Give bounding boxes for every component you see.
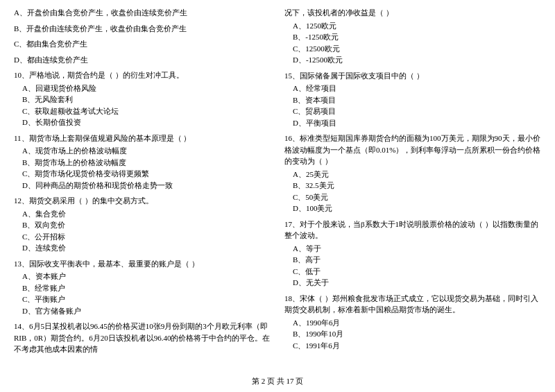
q12-option-a: A、集合竞价 [14, 208, 271, 220]
q15-option-d: D、平衡项目 [284, 117, 541, 129]
q18-option-b: B、1990年10月 [284, 328, 541, 340]
q15-option-b: B、资本项目 [284, 94, 541, 106]
question-10-title: 10、严格地说，期货合约是（ ）的衍生对冲工具。 [14, 69, 271, 81]
q10-option-a: A、回避现货价格风险 [14, 83, 271, 94]
q17-option-a: A、等于 [284, 243, 541, 255]
question-10: 10、严格地说，期货合约是（ ）的衍生对冲工具。 A、回避现货价格风险 B、无风… [14, 69, 271, 128]
q14-option-c: C、12500欧元 [284, 43, 541, 55]
option-b1: B、开盘价由连续竞价产生，收盘价由集合竞价产生 [14, 23, 271, 35]
q13-option-c: C、平衡账户 [14, 293, 271, 305]
question-17: 17、对于个股来说，当β系数大于1时说明股票价格的波动（ ）以指数衡量的整个波动… [284, 219, 541, 289]
q13-option-b: B、经常账户 [14, 282, 271, 294]
q17-option-d: D、无关于 [284, 277, 541, 289]
option-c1: C、都由集合竞价产生 [14, 38, 271, 50]
question-11: 11、期货市场上套期保值规避风险的基本原理是（ ） A、现货市场上的价格波动幅度… [14, 133, 271, 191]
q13-option-a: A、资本账户 [14, 271, 271, 282]
option-a1-text: A、开盘价由集合竞价产生，收盘价由连续竞价产生 [14, 7, 271, 19]
question-13-title: 13、国际收支平衡表中，最基本、最重要的账户是（ ） [14, 258, 271, 270]
q17-option-b: B、高于 [284, 254, 541, 266]
q16-option-d: D、100美元 [284, 203, 541, 214]
q11-option-a: A、现货市场上的价格波动幅度 [14, 145, 271, 157]
columns-container: A、开盘价由集合竞价产生，收盘价由连续竞价产生 B、开盘价由连续竞价产生，收盘价… [14, 7, 541, 359]
q11-option-d: D、同种商品的期货价格和现货价格走势一致 [14, 180, 271, 191]
q14-option-a: A、1250欧元 [284, 20, 541, 32]
question-13: 13、国际收支平衡表中，最基本、最重要的账户是（ ） A、资本账户 B、经常账户… [14, 258, 271, 317]
option-c1-text: C、都由集合竞价产生 [14, 38, 271, 50]
q16-option-c: C、50美元 [284, 191, 541, 203]
question-16: 16、标准类型短期国库券期货合约的面额为100万美元，期限为90天，最小价格波动… [284, 133, 541, 214]
q15-option-c: C、贸易项目 [284, 105, 541, 117]
option-b1-text: B、开盘价由连续竞价产生，收盘价由集合竞价产生 [14, 23, 271, 35]
q12-option-c: C、公开招标 [14, 231, 271, 243]
q18-option-a: A、1990年6月 [284, 317, 541, 329]
page-footer: 第 2 页 共 17 页 [0, 376, 555, 386]
option-d1-text: D、都由连续竞价产生 [14, 54, 271, 66]
right-column: 况下，该投机者的净收益是（ ） A、1250欧元 B、-1250欧元 C、125… [284, 7, 541, 359]
q14-option-b: B、-1250欧元 [284, 31, 541, 43]
q11-option-c: C、期货市场化现货价格变动得更频繁 [14, 168, 271, 180]
q14-option-d: D、-12500欧元 [284, 54, 541, 66]
question-17-title: 17、对于个股来说，当β系数大于1时说明股票价格的波动（ ）以指数衡量的整个波动… [284, 219, 541, 241]
question-14: 14、6月5日某投机者以96.45的价格买进10张9月份到期的3个月欧元利率（即… [14, 321, 271, 355]
question-18-title: 18、宋体（ ）郑州粮食批发市场正式成立，它以现货交易为基础，同时引入期货交易机… [284, 293, 541, 316]
option-a1: A、开盘价由集合竞价产生，收盘价由连续竞价产生 [14, 7, 271, 19]
question-15: 15、国际储备属于国际收支项目中的（ ） A、经常项目 B、资本项目 C、贸易项… [284, 70, 541, 129]
q12-option-d: D、连续竞价 [14, 242, 271, 254]
q13-option-d: D、官方储备账户 [14, 305, 271, 317]
left-column: A、开盘价由集合竞价产生，收盘价由连续竞价产生 B、开盘价由连续竞价产生，收盘价… [14, 7, 271, 359]
q16-option-b: B、32.5美元 [284, 180, 541, 191]
q18-option-c: C、1991年6月 [284, 340, 541, 352]
question-14-title: 14、6月5日某投机者以96.45的价格买进10张9月份到期的3个月欧元利率（即… [14, 321, 271, 355]
q11-option-b: B、期货市场上的价格波动幅度 [14, 157, 271, 169]
q10-option-b: B、无风险套利 [14, 94, 271, 105]
question-12-title: 12、期货交易采用（ ）的集中交易方式。 [14, 195, 271, 207]
q15-option-a: A、经常项目 [284, 83, 541, 94]
q10-option-d: D、长期价值投资 [14, 117, 271, 128]
question-15-title: 15、国际储备属于国际收支项目中的（ ） [284, 70, 541, 82]
q17-option-c: C、低于 [284, 266, 541, 278]
question-11-title: 11、期货市场上套期保值规避风险的基本原理是（ ） [14, 133, 271, 144]
question-14-cont-title: 况下，该投机者的净收益是（ ） [284, 7, 541, 19]
question-12: 12、期货交易采用（ ）的集中交易方式。 A、集合竞价 B、双向竞价 C、公开招… [14, 195, 271, 254]
q10-option-c: C、获取超额收益考试大论坛 [14, 105, 271, 117]
q16-option-a: A、25美元 [284, 169, 541, 180]
question-16-title: 16、标准类型短期国库券期货合约的面额为100万美元，期限为90天，最小价格波动… [284, 133, 541, 167]
question-18: 18、宋体（ ）郑州粮食批发市场正式成立，它以现货交易为基础，同时引入期货交易机… [284, 293, 541, 352]
question-14-cont: 况下，该投机者的净收益是（ ） A、1250欧元 B、-1250欧元 C、125… [284, 7, 541, 66]
page-number: 第 2 页 共 17 页 [252, 377, 303, 385]
page: A、开盘价由集合竞价产生，收盘价由连续竞价产生 B、开盘价由连续竞价产生，收盘价… [0, 0, 555, 392]
q12-option-b: B、双向竞价 [14, 219, 271, 231]
option-d1: D、都由连续竞价产生 [14, 54, 271, 66]
